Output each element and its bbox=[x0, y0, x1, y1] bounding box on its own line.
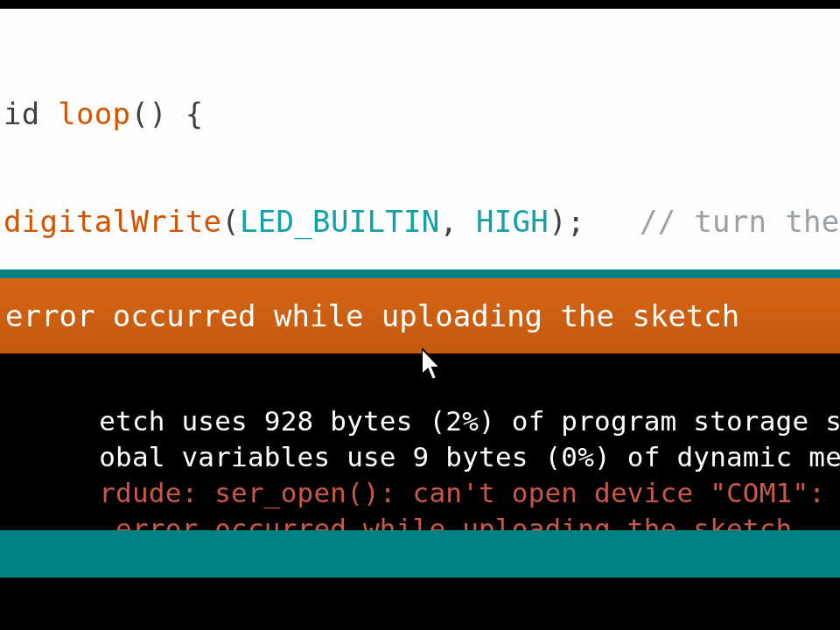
console-line: obal variables use 9 bytes (0%) of dynam… bbox=[99, 441, 840, 472]
code-editor[interactable]: id loop() { digitalWrite(LED_BUILTIN, HI… bbox=[0, 9, 840, 270]
status-message: error occurred while uploading the sketc… bbox=[5, 298, 739, 333]
code-func: loop bbox=[58, 96, 130, 131]
code-text: ( bbox=[221, 204, 240, 239]
window-root: id loop() { digitalWrite(LED_BUILTIN, HI… bbox=[0, 0, 840, 630]
code-text: id bbox=[4, 96, 58, 131]
code-const: LED_BUILTIN bbox=[240, 204, 439, 239]
code-pad bbox=[585, 204, 640, 239]
status-bar: error occurred while uploading the sketc… bbox=[0, 278, 840, 354]
code-text: () { bbox=[130, 96, 203, 131]
code-func: digitalWrite bbox=[4, 204, 221, 239]
code-const: HIGH bbox=[476, 204, 549, 239]
code-line: id loop() { bbox=[0, 96, 840, 132]
code-comment: // turn the LED bbox=[640, 204, 840, 239]
code-line: digitalWrite(LED_BUILTIN, HIGH); // turn… bbox=[0, 204, 840, 240]
console-line: etch uses 928 bytes (2%) of program stor… bbox=[99, 405, 840, 437]
console-error-line: error occurred while uploading the sketc… bbox=[99, 513, 792, 530]
ide-frame: id loop() { digitalWrite(LED_BUILTIN, HI… bbox=[0, 9, 840, 578]
console-output[interactable]: etch uses 928 bytes (2%) of program stor… bbox=[0, 354, 840, 530]
code-text: ); bbox=[549, 204, 585, 239]
footer-bar bbox=[0, 530, 840, 578]
console-error-line: rdude: ser_open(): can't open device "CO… bbox=[99, 477, 840, 508]
code-text: , bbox=[440, 204, 477, 239]
